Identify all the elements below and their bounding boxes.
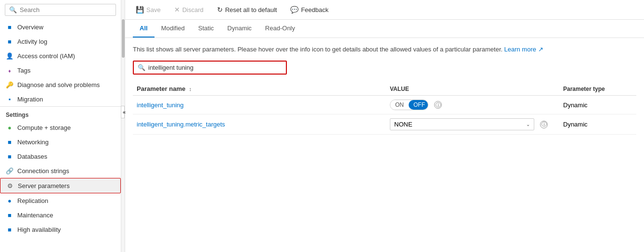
toggle-intelligent-tuning[interactable]: ON OFF [390, 100, 428, 110]
sort-icon[interactable]: ↕ [189, 86, 192, 92]
diagnose-icon: 🔑 [6, 81, 13, 88]
sidebar-search-container[interactable]: 🔍 [5, 4, 116, 16]
reset-icon: ↻ [217, 6, 223, 13]
col-header-type: Parameter type [559, 82, 636, 96]
connection-strings-icon: 🔗 [6, 167, 13, 175]
save-label: Save [146, 6, 161, 13]
main-content: 💾 Save ✕ Discard ↻ Reset all to default … [125, 0, 644, 252]
dropdown-caret-icon: ⌄ [526, 122, 530, 127]
dropdown-value: NONE [394, 121, 412, 128]
toggle-on-label[interactable]: ON [390, 100, 409, 110]
sidebar-item-label: Maintenance [17, 212, 53, 219]
toggle-off-label[interactable]: OFF [409, 100, 428, 110]
sidebar-item-label: Replication [17, 197, 48, 204]
tab-modified[interactable]: Modified [155, 20, 192, 38]
sidebar-item-label: Compute + storage [17, 124, 71, 131]
sidebar-item-migration[interactable]: ▪ Migration [0, 92, 121, 106]
sidebar-collapse-button[interactable]: « [121, 106, 125, 118]
migration-icon: ▪ [6, 95, 13, 103]
reset-button[interactable]: ↻ Reset all to default [214, 4, 280, 15]
sidebar-item-label: Migration [17, 96, 43, 103]
sidebar-item-activity-log[interactable]: ■ Activity log [0, 34, 121, 49]
tab-static[interactable]: Static [192, 20, 221, 38]
networking-icon: ■ [6, 138, 13, 146]
discard-button[interactable]: ✕ Discard [171, 4, 206, 15]
replication-icon: ● [6, 197, 13, 204]
scrollbar-thumb[interactable] [122, 19, 125, 58]
sidebar-item-label: High availability [17, 226, 61, 233]
feedback-label: Feedback [301, 6, 328, 13]
sidebar-item-connection-strings[interactable]: 🔗 Connection strings [0, 164, 121, 178]
sidebar-item-high-availability[interactable]: ■ High availability [0, 222, 121, 237]
databases-icon: ■ [6, 152, 13, 160]
server-params-icon: ⚙ [6, 182, 14, 189]
save-button[interactable]: 💾 Save [133, 4, 164, 15]
sidebar-item-server-parameters[interactable]: ⚙ Server parameters [0, 178, 121, 193]
sidebar-item-tags[interactable]: ⬧ Tags [0, 63, 121, 77]
sidebar-item-diagnose[interactable]: 🔑 Diagnose and solve problems [0, 77, 121, 92]
param-search-box[interactable]: 🔍 [133, 61, 287, 75]
iam-icon: 👤 [6, 52, 13, 60]
save-icon: 💾 [136, 6, 144, 13]
table-row: intelligent_tuning ON OFF ⓘ Dynamic [133, 96, 636, 114]
sidebar-item-label: Tags [17, 67, 30, 74]
sidebar-item-label: Connection strings [17, 167, 69, 175]
param-type-2: Dynamic [559, 114, 636, 135]
sidebar-search-input[interactable] [20, 6, 112, 13]
content-area: This list shows all server parameters. P… [125, 38, 644, 252]
tabs-bar: All Modified Static Dynamic Read-Only [125, 20, 644, 38]
param-name-intelligent-tuning[interactable]: intelligent_tuning [137, 101, 184, 109]
dropdown-metric-targets[interactable]: NONE ⌄ [390, 118, 534, 130]
toolbar: 💾 Save ✕ Discard ↻ Reset all to default … [125, 0, 644, 20]
param-name-metric-targets[interactable]: intelligent_tuning.metric_targets [137, 121, 225, 128]
info-text: This list shows all server parameters. P… [133, 46, 636, 53]
high-availability-icon: ■ [6, 226, 13, 233]
overview-icon: ■ [6, 23, 13, 31]
col-header-value: VALUE [386, 82, 559, 96]
param-table: Parameter name ↕ VALUE Parameter type in… [133, 82, 636, 135]
sidebar-item-label: Diagnose and solve problems [17, 81, 100, 88]
discard-icon: ✕ [174, 6, 180, 13]
sidebar-item-access-control[interactable]: 👤 Access control (IAM) [0, 49, 121, 63]
maintenance-icon: ■ [6, 211, 13, 219]
sidebar-item-label: Databases [17, 153, 47, 160]
sidebar-item-label: Networking [17, 139, 49, 146]
sidebar-scrollbar[interactable] [121, 0, 125, 252]
search-icon: 🔍 [9, 6, 17, 13]
param-type-1: Dynamic [559, 96, 636, 114]
sidebar: 🔍 ■ Overview ■ Activity log 👤 Access con… [0, 0, 121, 252]
tab-read-only[interactable]: Read-Only [258, 20, 302, 38]
discard-label: Discard [182, 6, 204, 13]
sidebar-item-label: Activity log [17, 38, 47, 45]
tab-dynamic[interactable]: Dynamic [220, 20, 258, 38]
table-row: intelligent_tuning.metric_targets NONE ⌄… [133, 114, 636, 135]
feedback-button[interactable]: 💬 Feedback [287, 4, 331, 15]
sidebar-item-label: Overview [17, 24, 43, 31]
sidebar-item-maintenance[interactable]: ■ Maintenance [0, 208, 121, 222]
sidebar-item-networking[interactable]: ■ Networking [0, 135, 121, 149]
sidebar-item-overview[interactable]: ■ Overview [0, 20, 121, 34]
reset-label: Reset all to default [225, 6, 277, 13]
activity-log-icon: ■ [6, 38, 13, 45]
param-info-icon-2[interactable]: ⓘ [540, 121, 548, 128]
sidebar-item-compute-storage[interactable]: ● Compute + storage [0, 120, 121, 135]
sidebar-item-replication[interactable]: ● Replication [0, 193, 121, 208]
settings-section-label: Settings [0, 106, 121, 120]
param-search-input[interactable] [148, 64, 282, 71]
param-search-icon: 🔍 [138, 64, 145, 71]
param-info-icon-1[interactable]: ⓘ [434, 101, 442, 109]
feedback-icon: 💬 [290, 6, 298, 13]
compute-icon: ● [6, 124, 13, 131]
sidebar-item-databases[interactable]: ■ Databases [0, 149, 121, 164]
tab-all[interactable]: All [133, 20, 155, 38]
tags-icon: ⬧ [6, 66, 13, 74]
sidebar-item-label: Access control (IAM) [17, 52, 75, 60]
sidebar-item-label: Server parameters [18, 182, 70, 189]
learn-more-link[interactable]: Learn more ↗ [504, 46, 543, 53]
col-header-name: Parameter name ↕ [133, 82, 386, 96]
